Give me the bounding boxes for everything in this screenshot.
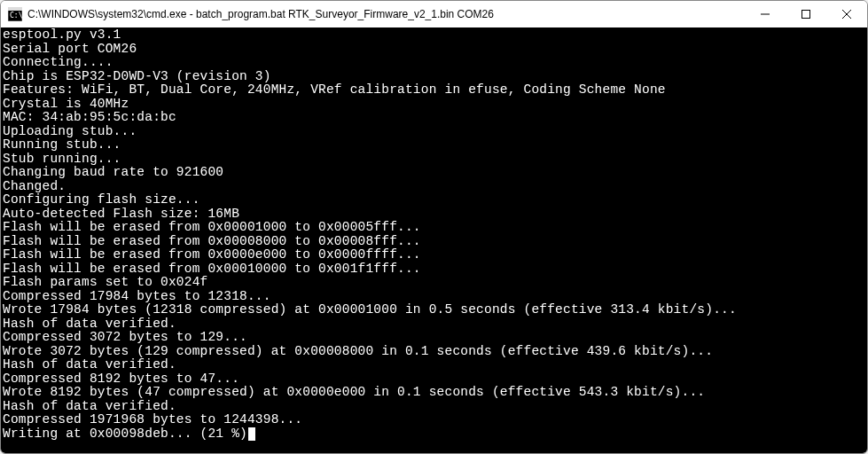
maximize-button[interactable] [786, 1, 826, 27]
console-line: Wrote 3072 bytes (129 compressed) at 0x0… [3, 345, 865, 359]
console-line: Flash will be erased from 0x00008000 to … [3, 235, 865, 249]
console-line: Flash will be erased from 0x0000e000 to … [3, 248, 865, 262]
console-line: Compressed 3072 bytes to 129... [3, 331, 865, 345]
console-line: Compressed 1971968 bytes to 1244398... [3, 413, 865, 427]
svg-rect-4 [802, 11, 810, 19]
console-line: Compressed 8192 bytes to 47... [3, 372, 865, 387]
svg-text:C:\: C:\ [10, 12, 22, 20]
console-line: Wrote 17984 bytes (12318 compressed) at … [3, 303, 865, 317]
console-line: Flash params set to 0x024f [3, 276, 865, 290]
window-controls [745, 1, 867, 27]
console-line: Uploading stub... [3, 125, 865, 139]
titlebar: C:\ C:\WINDOWS\system32\cmd.exe - batch_… [1, 1, 867, 27]
cursor [248, 427, 255, 441]
console-line: Running stub... [3, 138, 865, 153]
console-line: Writing at 0x00098deb... (21 %) [3, 427, 865, 442]
console-line: Chip is ESP32-D0WD-V3 (revision 3) [3, 70, 865, 84]
console-line: Hash of data verified. [3, 400, 865, 414]
console-line: Changing baud rate to 921600 [3, 166, 865, 180]
close-button[interactable] [826, 1, 867, 27]
console-line: Connecting.... [3, 56, 865, 70]
console-line: MAC: 34:ab:95:5c:da:bc [3, 111, 865, 125]
console-line: Hash of data verified. [3, 358, 865, 372]
console-output[interactable]: esptool.py v3.1Serial port COM26Connecti… [1, 27, 867, 453]
console-line: Hash of data verified. [3, 317, 865, 332]
cmd-icon: C:\ [8, 7, 22, 21]
console-line: Compressed 17984 bytes to 12318... [3, 290, 865, 304]
console-line: esptool.py v3.1 [3, 28, 865, 43]
console-line: Features: WiFi, BT, Dual Core, 240MHz, V… [3, 83, 865, 98]
console-line: Changed. [3, 180, 865, 194]
console-line: Stub running... [3, 153, 865, 167]
console-line: Auto-detected Flash size: 16MB [3, 207, 865, 222]
console-line: Crystal is 40MHz [3, 98, 865, 112]
svg-rect-1 [8, 7, 22, 11]
console-line: Wrote 8192 bytes (47 compressed) at 0x00… [3, 386, 865, 400]
command-prompt-window: C:\ C:\WINDOWS\system32\cmd.exe - batch_… [0, 0, 868, 454]
console-line: Serial port COM26 [3, 43, 865, 57]
window-title: C:\WINDOWS\system32\cmd.exe - batch_prog… [27, 8, 745, 20]
minimize-button[interactable] [745, 1, 786, 27]
console-line: Configuring flash size... [3, 193, 865, 207]
console-line: Flash will be erased from 0x00010000 to … [3, 262, 865, 277]
console-line: Flash will be erased from 0x00001000 to … [3, 221, 865, 235]
